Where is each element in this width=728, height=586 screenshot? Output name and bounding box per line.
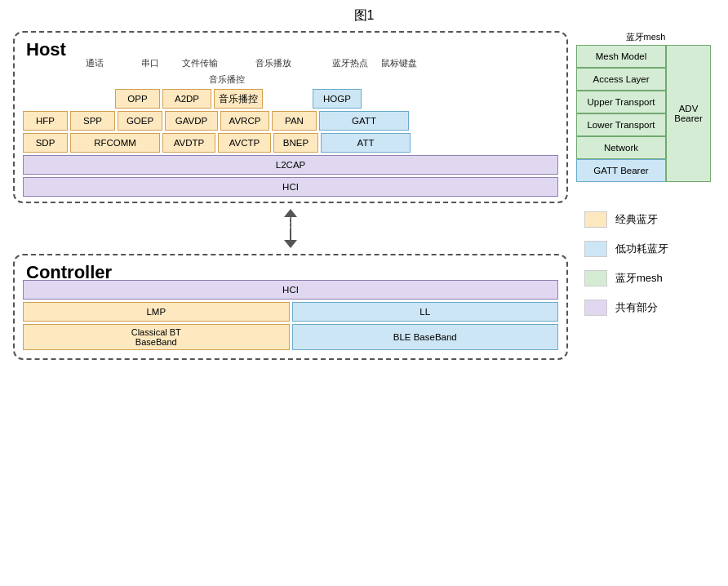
legend-classic: 经典蓝牙 xyxy=(584,211,707,228)
cell-avrcp-label: 音乐播控 xyxy=(214,89,263,109)
cell-ble-baseband: BLE BaseBand xyxy=(292,324,559,350)
host-inner: 通话 串口 文件传输 音乐播放 蓝牙热点 鼠标键盘 音乐播控 xyxy=(23,57,558,197)
main-area: Host 通话 串口 文件传输 音乐播放 蓝牙热点 鼠标键盘 xyxy=(13,31,715,360)
cell-adv-bearer: ADV Bearer xyxy=(666,45,711,182)
cell-hfp: HFP xyxy=(23,111,68,131)
cell-l2cap: L2CAP xyxy=(23,155,558,175)
mesh-layers: Mesh Model Access Layer Upper Transport … xyxy=(576,45,666,182)
cell-avrcp: AVRCP xyxy=(220,111,269,131)
row-lmp-ll: LMP LL xyxy=(23,302,558,322)
legend-label-classic: 经典蓝牙 xyxy=(615,212,658,227)
controller-label: Controller xyxy=(26,262,112,283)
legend-label-shared: 共有部分 xyxy=(615,300,658,315)
legend-box-classic xyxy=(584,211,607,228)
adv-bearer-col: ADV Bearer xyxy=(666,45,711,182)
cell-upper-transport: Upper Transport xyxy=(576,91,666,113)
legend-label-mesh: 蓝牙mesh xyxy=(615,271,663,286)
diagram-area: Host 通话 串口 文件传输 音乐播放 蓝牙热点 鼠标键盘 xyxy=(13,31,568,360)
label-wenjian: 文件传输 xyxy=(169,57,230,69)
label-chuankou: 串口 xyxy=(134,57,166,69)
legend-box-shared xyxy=(584,300,607,316)
page-container: 图1 Host 通话 串口 文件传输 音乐播放 蓝牙热点 鼠标键盘 xyxy=(13,7,715,579)
mesh-columns: Mesh Model Access Layer Upper Transport … xyxy=(576,45,715,182)
cell-gavdp: GAVDP xyxy=(165,111,218,131)
host-box: Host 通话 串口 文件传输 音乐播放 蓝牙热点 鼠标键盘 xyxy=(13,31,568,203)
legend-mesh: 蓝牙mesh xyxy=(584,270,707,286)
hci-arrow xyxy=(13,208,568,249)
legend-box-ble xyxy=(584,241,607,257)
row-l2cap: L2CAP xyxy=(23,155,558,175)
cell-bnep: BNEP xyxy=(273,133,318,153)
label-yinyuebokong: 音乐播控 xyxy=(204,73,249,86)
cell-lower-transport: Lower Transport xyxy=(576,113,666,136)
cell-avctp: AVCTP xyxy=(218,133,271,153)
cell-gatt: GATT xyxy=(319,111,409,131)
cell-hogp: HOGP xyxy=(313,89,362,109)
cell-goep: GOEP xyxy=(118,111,162,131)
right-panel: 蓝牙mesh Mesh Model Access Layer Upper Tra… xyxy=(576,31,715,360)
cell-a2dp: A2DP xyxy=(162,89,211,109)
cell-pan: PAN xyxy=(272,111,317,131)
row-sdp: SDP RFCOMM AVDTP AVCTP BNEP ATT xyxy=(23,133,558,153)
controller-inner: HCI LMP LL Classical BT BaseBand BLE Bas… xyxy=(23,280,558,350)
mesh-panel: 蓝牙mesh Mesh Model Access Layer Upper Tra… xyxy=(576,31,715,182)
cell-rfcomm: RFCOMM xyxy=(70,133,160,153)
mesh-title: 蓝牙mesh xyxy=(576,31,715,43)
page-title: 图1 xyxy=(354,7,375,24)
row-baseband: Classical BT BaseBand BLE BaseBand xyxy=(23,324,558,350)
row-hci-host: HCI xyxy=(23,177,558,197)
label-yinyue: 音乐播放 xyxy=(233,57,314,69)
host-label: Host xyxy=(26,39,66,60)
cell-att: ATT xyxy=(321,133,411,153)
label-redianer: 蓝牙热点 xyxy=(327,57,372,69)
cell-network: Network xyxy=(576,136,666,159)
cell-classical-bt: Classical BT BaseBand xyxy=(23,324,290,350)
legend-box-mesh xyxy=(584,270,607,286)
row-hfp: HFP SPP GOEP GAVDP AVRCP PAN GATT xyxy=(23,111,558,131)
cell-sdp: SDP xyxy=(23,133,68,153)
cell-avdtp: AVDTP xyxy=(162,133,215,153)
label-tonghua: 通话 xyxy=(58,57,131,69)
cell-mesh-model: Mesh Model xyxy=(576,45,666,68)
cell-opp: OPP xyxy=(115,89,160,109)
label-shubiao: 鼠标键盘 xyxy=(375,57,424,69)
cell-spp: SPP xyxy=(70,111,115,131)
legend: 经典蓝牙 低功耗蓝牙 蓝牙mesh 共有部分 xyxy=(576,203,715,324)
cell-gatt-bearer: GATT Bearer xyxy=(576,159,666,182)
legend-label-ble: 低功耗蓝牙 xyxy=(615,242,668,256)
cell-lmp: LMP xyxy=(23,302,290,322)
legend-shared: 共有部分 xyxy=(584,300,707,316)
legend-ble: 低功耗蓝牙 xyxy=(584,241,707,257)
cell-ll: LL xyxy=(292,302,559,322)
cell-hci-host: HCI xyxy=(23,177,558,197)
controller-box: Controller HCI LMP LL Classical BT BaseB… xyxy=(13,254,568,360)
row-opp: OPP A2DP 音乐播控 HOGP xyxy=(23,89,558,109)
cell-access-layer: Access Layer xyxy=(576,68,666,91)
